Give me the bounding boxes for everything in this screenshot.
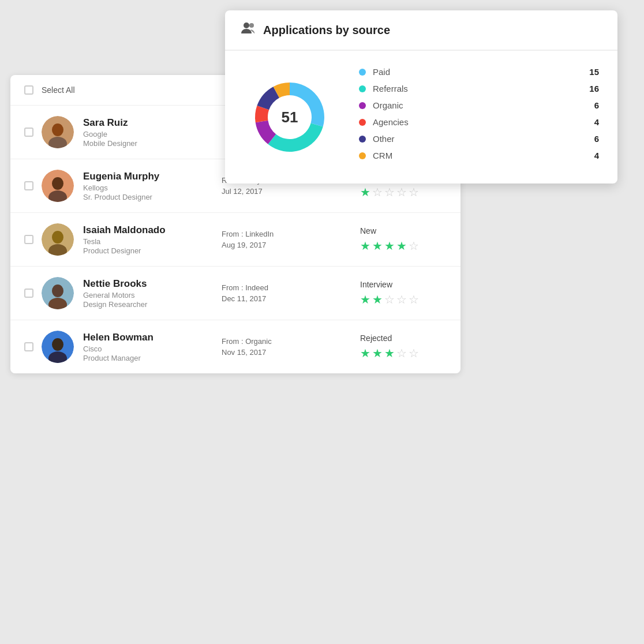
star-empty: ☆ (384, 293, 395, 306)
status-label: Rejected (360, 334, 447, 343)
star-empty: ☆ (409, 239, 419, 253)
candidate-checkbox[interactable] (24, 181, 33, 190)
candidate-source: From : LinkedIn Aug 19, 2017 (222, 230, 360, 249)
donut-chart: 51 (244, 71, 336, 163)
source-date: Nov 15, 2017 (222, 348, 360, 357)
star-filled: ★ (384, 239, 395, 253)
chart-title: Applications by source (263, 24, 390, 37)
legend-item: Other 6 (359, 134, 599, 144)
select-all-checkbox[interactable] (24, 85, 33, 95)
candidate-row[interactable]: Helen Bowman Cisco Product Manager From … (10, 320, 460, 373)
avatar (42, 116, 74, 148)
candidate-checkbox[interactable] (24, 342, 33, 351)
candidate-row[interactable]: Isaiah Maldonado Tesla Product Designer … (10, 213, 460, 267)
candidate-source: From : Organic Nov 15, 2017 (222, 337, 360, 357)
candidate-role: Design Researcher (83, 300, 222, 309)
avatar (42, 331, 74, 363)
svg-point-13 (52, 338, 63, 351)
chart-body: 51 Paid 15 Referrals 16 Organic 6 Agenci… (225, 51, 617, 184)
legend-value: 4 (585, 151, 599, 160)
source-date: Dec 11, 2017 (222, 294, 360, 303)
source-date: Aug 19, 2017 (222, 241, 360, 249)
status-label: New (360, 226, 447, 235)
candidate-status: New ★★★★☆ (360, 226, 447, 253)
donut-total: 51 (282, 108, 298, 126)
svg-point-4 (52, 177, 63, 190)
star-filled: ★ (372, 293, 383, 306)
star-filled: ★ (384, 346, 395, 360)
rating-stars: ★★★★☆ (360, 239, 447, 253)
candidate-info: Sara Ruiz Google Mobile Designer (83, 117, 222, 148)
svg-point-7 (52, 231, 63, 244)
legend-label: Other (373, 134, 585, 144)
svg-point-10 (52, 284, 63, 297)
legend-label: Agencies (373, 117, 585, 127)
candidate-info: Eugenia Murphy Kellogs Sr. Product Desig… (83, 171, 222, 201)
star-filled: ★ (360, 239, 370, 253)
legend-dot (359, 85, 366, 92)
chart-card: Applications by source 51 Paid 15 Referr… (225, 10, 617, 184)
candidate-info: Nettie Brooks General Motors Design Rese… (83, 278, 222, 309)
star-empty: ☆ (409, 185, 419, 199)
legend-value: 4 (585, 117, 599, 127)
candidate-role: Product Manager (83, 354, 222, 362)
candidate-info: Helen Bowman Cisco Product Manager (83, 332, 222, 362)
candidate-name: Eugenia Murphy (83, 171, 222, 182)
candidate-name: Nettie Brooks (83, 278, 222, 290)
source-text: From : Indeed (222, 283, 360, 292)
legend-item: Referrals 16 (359, 84, 599, 93)
applications-icon (241, 22, 256, 38)
candidate-name: Isaiah Maldonado (83, 224, 222, 236)
candidate-source: From : Indeed Dec 11, 2017 (222, 283, 360, 303)
legend-value: 16 (585, 84, 599, 93)
candidate-status: Interview ★★☆☆☆ (360, 280, 447, 306)
candidate-info: Isaiah Maldonado Tesla Product Designer (83, 224, 222, 255)
legend-item: Paid 15 (359, 67, 599, 77)
candidate-row[interactable]: Nettie Brooks General Motors Design Rese… (10, 267, 460, 320)
star-empty: ☆ (372, 185, 383, 199)
candidate-checkbox[interactable] (24, 289, 33, 298)
legend-dot (359, 152, 366, 159)
rating-stars: ★☆☆☆☆ (360, 185, 447, 199)
candidate-company: General Motors (83, 291, 222, 299)
avatar (42, 277, 74, 309)
star-empty: ☆ (384, 185, 395, 199)
svg-point-16 (249, 23, 254, 28)
svg-point-15 (244, 23, 249, 28)
rating-stars: ★★★☆☆ (360, 346, 447, 360)
star-empty: ☆ (396, 185, 407, 199)
star-filled: ★ (360, 185, 370, 199)
legend-label: Paid (373, 67, 585, 77)
legend-dot (359, 102, 366, 109)
star-filled: ★ (360, 346, 370, 360)
legend-value: 6 (585, 100, 599, 110)
source-date: Jul 12, 2017 (222, 187, 360, 196)
star-empty: ☆ (396, 293, 407, 306)
svg-point-1 (52, 123, 63, 136)
candidate-company: Google (83, 130, 222, 138)
legend-item: CRM 4 (359, 151, 599, 160)
status-label: Interview (360, 280, 447, 289)
candidate-role: Mobile Designer (83, 139, 222, 148)
rating-stars: ★★☆☆☆ (360, 293, 447, 306)
legend-value: 15 (585, 67, 599, 77)
legend-dot (359, 119, 366, 126)
candidate-company: Kellogs (83, 184, 222, 192)
avatar (42, 223, 74, 256)
legend-label: Referrals (373, 84, 585, 93)
legend-value: 6 (585, 134, 599, 144)
star-empty: ☆ (409, 346, 419, 360)
source-text: From : Organic (222, 337, 360, 346)
candidate-checkbox[interactable] (24, 235, 33, 244)
star-filled: ★ (372, 239, 383, 253)
candidate-checkbox[interactable] (24, 128, 33, 137)
candidate-company: Tesla (83, 237, 222, 246)
avatar (42, 170, 74, 202)
legend-label: CRM (373, 151, 585, 160)
legend-label: Organic (373, 100, 585, 110)
candidate-name: Helen Bowman (83, 332, 222, 343)
legend-dot (359, 69, 366, 76)
star-filled: ★ (396, 239, 407, 253)
legend-item: Agencies 4 (359, 117, 599, 127)
candidate-role: Sr. Product Designer (83, 193, 222, 201)
